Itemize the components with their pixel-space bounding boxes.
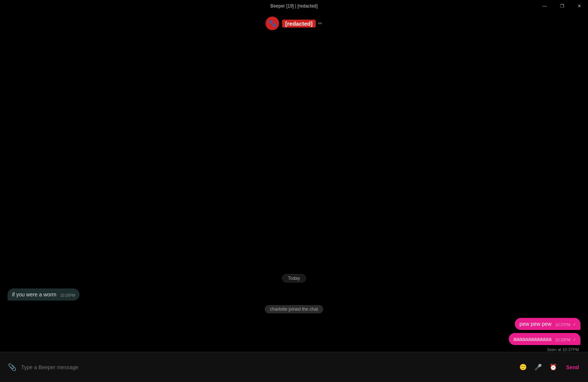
system-message: charlotte joined the chat xyxy=(8,305,580,313)
date-separator: Today xyxy=(8,274,580,282)
message-time: 10:37PM xyxy=(555,323,570,327)
clock-button[interactable]: ⏰ xyxy=(548,362,559,373)
attach-button[interactable]: 📎 xyxy=(6,361,18,373)
microphone-button[interactable]: 🎤 xyxy=(533,362,543,373)
sticker-icon: 🙂 xyxy=(519,364,527,371)
outgoing-message-bubble: pew pew pew 10:37PM ✓ xyxy=(515,318,580,330)
avatar-emoji: 🐾 xyxy=(268,19,276,28)
incoming-message-bubble: if you were a worm 10:26PM xyxy=(8,288,80,301)
close-button[interactable]: ✕ xyxy=(571,0,588,12)
message-check: ✓ xyxy=(573,322,576,327)
title-bar: Beeper [19] | [redacted] — ❐ ✕ xyxy=(0,0,588,12)
messages-area: Today if you were a worm 10:26PM charlot… xyxy=(0,35,588,352)
restore-button[interactable]: ❐ xyxy=(553,0,571,12)
mic-icon: 🎤 xyxy=(534,364,542,371)
send-button[interactable]: Send xyxy=(563,363,582,372)
system-message-text: charlotte joined the chat xyxy=(265,305,323,313)
sticker-button[interactable]: 🙂 xyxy=(518,362,528,373)
seen-text: Seen at 10:37PM xyxy=(8,347,580,352)
edit-icon[interactable]: ✏ xyxy=(318,20,322,26)
avatar: 🐾 xyxy=(266,17,279,30)
message-text: if you were a worm xyxy=(12,291,56,298)
message-input[interactable] xyxy=(21,361,518,373)
message-text: aaaaaaaaaaaaa xyxy=(513,336,551,342)
outgoing-message-bubble-2: aaaaaaaaaaaaa 10:33PM ✓ xyxy=(509,333,580,345)
date-label: Today xyxy=(282,274,306,282)
message-text: pew pew pew xyxy=(519,321,551,327)
table-row: pew pew pew 10:37PM ✓ xyxy=(8,318,580,330)
table-row: aaaaaaaaaaaaa 10:33PM ✓ xyxy=(8,333,580,345)
title-bar-text: Beeper [19] | [redacted] xyxy=(270,3,318,9)
input-actions: 🙂 🎤 ⏰ Send xyxy=(518,362,582,373)
input-bar: 📎 🙂 🎤 ⏰ Send xyxy=(0,352,588,382)
paperclip-icon: 📎 xyxy=(8,363,16,371)
clock-icon: ⏰ xyxy=(550,364,557,371)
chat-header-name[interactable]: [redacted] xyxy=(282,20,316,28)
message-time: 10:33PM xyxy=(555,338,570,342)
chat-header: 🐾 [redacted] ✏ xyxy=(0,12,588,35)
title-bar-controls: — ❐ ✕ xyxy=(536,0,588,12)
message-check: ✓ xyxy=(573,338,576,342)
minimize-button[interactable]: — xyxy=(536,0,553,12)
message-time: 10:26PM xyxy=(60,293,75,298)
table-row: if you were a worm 10:26PM xyxy=(8,288,580,301)
